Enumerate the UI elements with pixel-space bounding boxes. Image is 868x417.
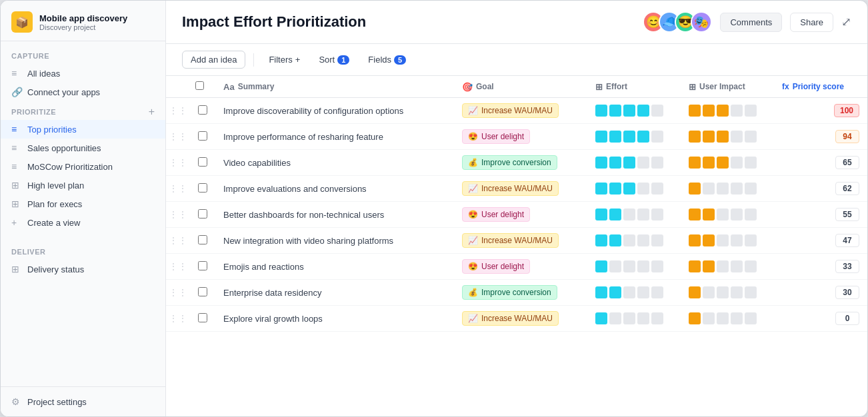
effort-dots [595, 209, 673, 220]
sidebar-item-delivery-status[interactable]: ⊞ Delivery status [1, 260, 165, 278]
table-header-row: AaSummary 🎯Goal ⊞Effort ⊞User Impact fx [166, 76, 867, 98]
priority-score-container: 65 [782, 156, 859, 169]
goal-cell: 📈 Increase WAU/MAU [454, 228, 587, 254]
impact-dot [745, 105, 757, 117]
score-badge: 94 [835, 130, 859, 143]
effort-dot [609, 157, 621, 169]
goal-text: Increase WAU/MAU [481, 106, 553, 115]
goal-text: Increase WAU/MAU [481, 184, 553, 193]
row-checkbox[interactable] [198, 313, 207, 322]
row-checkbox[interactable] [198, 157, 207, 167]
summary-cell: Explore viral growth loops [215, 306, 454, 332]
priority-cell: 30 [774, 280, 867, 306]
impact-dot [689, 234, 701, 246]
impact-dots [689, 131, 766, 143]
goal-text: Improve conversion [481, 158, 551, 167]
effort-dot [609, 105, 621, 117]
effort-dot [609, 183, 621, 195]
check-cell [190, 280, 215, 306]
table-row: ⋮⋮ New integration with video sharing pl… [166, 228, 867, 254]
drag-handle[interactable]: ⋮⋮ [169, 313, 187, 324]
effort-dot [623, 131, 635, 143]
drag-handle[interactable]: ⋮⋮ [169, 157, 187, 168]
impact-dot [717, 131, 729, 143]
row-checkbox[interactable] [198, 287, 207, 296]
effort-cell [587, 254, 681, 280]
drag-handle[interactable]: ⋮⋮ [169, 235, 187, 246]
summary-cell: Video capabilities [215, 150, 454, 176]
sidebar-item-top-priorities[interactable]: ≡ Top priorities [1, 120, 165, 139]
comments-button[interactable]: Comments [720, 13, 782, 32]
summary-text: Improve discoverability of configuration… [223, 106, 403, 116]
drag-handle[interactable]: ⋮⋮ [169, 183, 187, 194]
share-button[interactable]: Share [790, 13, 833, 32]
impact-dot [731, 312, 743, 324]
goal-text: User delight [481, 210, 524, 219]
col-priority-header: fxPriority score [774, 76, 867, 98]
col-impact-header: ⊞User Impact [681, 76, 774, 98]
impact-cell [681, 306, 774, 332]
impact-dot [703, 234, 715, 246]
sort-button[interactable]: Sort 1 [312, 51, 356, 68]
sidebar-item-connect-apps[interactable]: 🔗 Connect your apps [1, 83, 165, 101]
table-row: ⋮⋮ Improve evaluations and conversions 📈… [166, 176, 867, 202]
sidebar-item-plan-for-execs[interactable]: ⊞ Plan for execs [1, 195, 165, 213]
filters-button[interactable]: Filters + [262, 51, 307, 68]
summary-text: Improve performance of resharing feature [223, 132, 383, 142]
impact-dot [689, 183, 701, 195]
row-checkbox[interactable] [198, 261, 207, 270]
sidebar-item-sales-opportunities[interactable]: ≡ Sales opportunities [1, 139, 165, 157]
effort-dots [595, 131, 673, 143]
drag-handle[interactable]: ⋮⋮ [169, 261, 187, 272]
row-checkbox[interactable] [198, 183, 207, 193]
summary-text: Emojis and reactions [223, 262, 304, 272]
priority-score-container: 55 [782, 208, 859, 221]
impact-dot [717, 209, 729, 220]
sidebar-item-high-level-plan[interactable]: ⊞ High level plan [1, 176, 165, 195]
goal-cell: 📈 Increase WAU/MAU [454, 306, 587, 332]
row-checkbox[interactable] [198, 235, 207, 244]
impact-dot [689, 286, 701, 298]
drag-handle[interactable]: ⋮⋮ [169, 287, 187, 298]
link-icon: 🔗 [11, 87, 22, 97]
sidebar-title: Mobile app discovery Discovery project [39, 13, 127, 31]
row-checkbox[interactable] [198, 131, 207, 141]
priority-cell: 62 [774, 176, 867, 202]
sidebar-item-create-view[interactable]: + Create a view [1, 213, 165, 232]
drag-handle[interactable]: ⋮⋮ [169, 209, 187, 220]
drag-handle[interactable]: ⋮⋮ [169, 105, 187, 116]
row-checkbox[interactable] [198, 105, 207, 115]
drag-cell: ⋮⋮ [166, 306, 190, 332]
sidebar-item-label: Sales opportunities [27, 143, 101, 153]
sidebar-item-all-ideas[interactable]: ≡ All ideas [1, 64, 165, 83]
drag-cell: ⋮⋮ [166, 150, 190, 176]
effort-dot [651, 209, 663, 220]
impact-dot [717, 157, 729, 169]
add-idea-button[interactable]: Add an idea [182, 51, 245, 69]
effort-dot [595, 131, 607, 143]
impact-dot [703, 312, 715, 324]
row-checkbox[interactable] [198, 209, 207, 218]
prioritize-add-button[interactable]: + [149, 107, 155, 117]
impact-dot [689, 105, 701, 117]
impact-dot [745, 260, 757, 272]
drag-handle[interactable]: ⋮⋮ [169, 131, 187, 142]
effort-dot [595, 286, 607, 298]
prioritize-section-header: PRIORITIZE + [1, 101, 165, 120]
sidebar-item-label: MoSCow Prioritization [27, 162, 113, 172]
effort-dot [651, 183, 663, 195]
fields-button[interactable]: Fields 5 [361, 51, 413, 68]
avatars-group: 😊 🧢 😎 🎭 [643, 11, 712, 33]
select-all-checkbox[interactable] [195, 81, 204, 90]
sidebar-item-project-settings[interactable]: ⚙ Project settings [1, 392, 165, 411]
effort-dot [609, 209, 621, 220]
goal-cell: 😍 User delight [454, 124, 587, 150]
impact-dot [717, 105, 729, 117]
table-row: ⋮⋮ Emojis and reactions 😍 User delight 3… [166, 254, 867, 280]
list-icon: ≡ [11, 68, 22, 79]
expand-button[interactable]: ⤢ [841, 15, 851, 29]
priority-cell: 47 [774, 228, 867, 254]
grid-icon: ⊞ [11, 180, 22, 191]
sidebar-item-moscow[interactable]: ≡ MoSCow Prioritization [1, 157, 165, 176]
summary-cell: New integration with video sharing platf… [215, 228, 454, 254]
